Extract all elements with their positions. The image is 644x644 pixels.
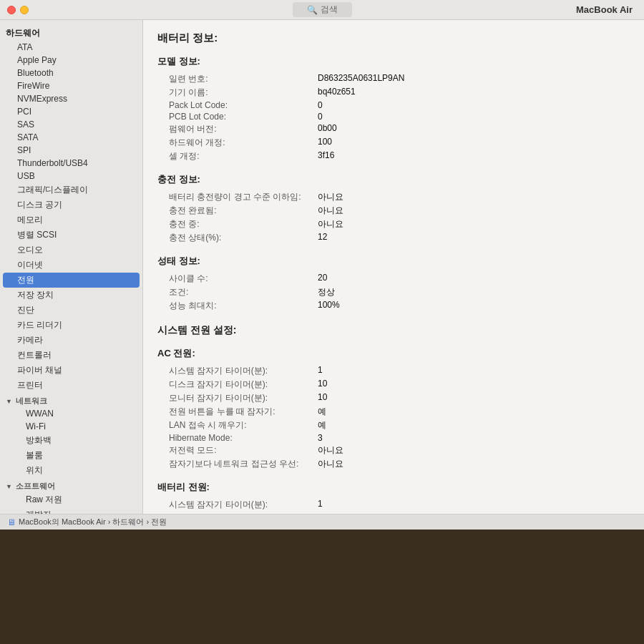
sidebar-item-sas[interactable]: SAS — [0, 118, 142, 131]
sidebar-network-disclosure[interactable]: ▼ 네트워크 — [0, 393, 142, 407]
field-label: LAN 접속 시 깨우기: — [157, 419, 315, 432]
sidebar-item-apple-pay[interactable]: Apple Pay — [0, 54, 142, 67]
charging-info-table: 배터리 충전량이 경고 수준 이하임: 아니요 충전 완료됨: 아니요 충전 중… — [157, 190, 630, 245]
sidebar-item-memory[interactable]: 메모리 — [0, 213, 142, 228]
table-row: 하드웨어 개정: 100 — [157, 136, 630, 150]
status-section-title: 성태 정보: — [157, 255, 630, 268]
table-row: 모니터 잠자기 타이머(분): 10 — [157, 391, 630, 405]
table-row: 시스템 잠자기 타이머(분): 1 — [157, 364, 630, 378]
sidebar-item-raw[interactable]: Raw 저원 — [0, 492, 142, 507]
field-label: 배터리 충전량이 경고 수준 이하임: — [157, 190, 315, 204]
field-value: 10 — [315, 378, 630, 391]
sidebar-item-storage[interactable]: 저장 장치 — [0, 288, 142, 303]
field-value: 10 — [315, 391, 630, 405]
table-row: Pack Lot Code: 0 — [157, 99, 630, 111]
table-row: 성능 최대치: 100% — [157, 299, 630, 313]
sidebar-item-nvmexpress[interactable]: NVMExpress — [0, 92, 142, 105]
field-value: 예 — [315, 405, 630, 419]
table-row: 일련 번호: D863235A0631LP9AN — [157, 72, 630, 86]
table-row: PCB Lot Code: 0 — [157, 111, 630, 122]
battery-power-section-title: 배터리 전원: — [157, 481, 630, 494]
sidebar-item-controller[interactable]: 컨트롤러 — [0, 348, 142, 363]
monitor-icon: 🖥 — [7, 517, 16, 527]
field-value: 0 — [315, 111, 630, 122]
sidebar-item-thunderbolt[interactable]: Thunderbolt/USB4 — [0, 157, 142, 170]
battery-power-table: 시스템 잠자기 타이머(분): 1 디스크 잠자기 타이머(분): 10 모니터… — [157, 498, 630, 514]
sidebar: 하드웨어 ATA Apple Pay Bluetooth FireWire NV… — [0, 20, 143, 514]
field-label: 일련 번호: — [157, 72, 315, 86]
sidebar-item-scsi[interactable]: 병렬 SCSI — [0, 228, 142, 243]
model-info-table: 일련 번호: D863235A0631LP9AN 기기 이름: bq40z651… — [157, 72, 630, 163]
field-label: 잠자기보다 네트워크 접근성 우선: — [157, 457, 315, 471]
sidebar-item-usb[interactable]: USB — [0, 170, 142, 182]
table-row: 저전력 모드: 아니요 — [157, 444, 630, 457]
field-value: 아니요 — [315, 218, 630, 231]
field-value: 1 — [315, 498, 630, 512]
sidebar-item-sata[interactable]: SATA — [0, 131, 142, 144]
field-label: 사이클 수: — [157, 272, 315, 286]
field-value: 100 — [315, 136, 630, 150]
field-value: 1 — [315, 364, 630, 378]
table-row: 기기 이름: bq40z651 — [157, 86, 630, 99]
table-row: 디스크 잠자기 타이머(분): 10 — [157, 378, 630, 391]
sidebar-item-camera[interactable]: 카메라 — [0, 333, 142, 348]
ac-power-table: 시스템 잠자기 타이머(분): 1 디스크 잠자기 타이머(분): 10 모니터… — [157, 364, 630, 471]
field-label: 저전력 모드: — [157, 444, 315, 457]
sidebar-item-disk[interactable]: 디스크 공기 — [0, 197, 142, 213]
content-area: 배터리 정보: 모델 정보: 일련 번호: D863235A0631LP9AN … — [143, 20, 644, 514]
sidebar-header-hardware: 하드웨어 — [0, 26, 142, 41]
field-label: PCB Lot Code: — [157, 111, 315, 122]
sidebar-item-location[interactable]: 위치 — [0, 463, 142, 478]
sidebar-item-power[interactable]: 전원 — [3, 273, 140, 288]
field-label: 기기 이름: — [157, 86, 315, 99]
table-row: LAN 접속 시 깨우기: 예 — [157, 419, 630, 432]
search-placeholder: 검색 — [321, 4, 338, 16]
sidebar-item-graphics[interactable]: 그래픽/디스플레이 — [0, 182, 142, 197]
chevron-down-icon: ▼ — [6, 398, 12, 405]
sidebar-item-fiber-channel[interactable]: 파이버 채널 — [0, 363, 142, 378]
sidebar-item-audio[interactable]: 오디오 — [0, 243, 142, 258]
table-row: 배터리 충전량이 경고 수준 이하임: 아니요 — [157, 190, 630, 204]
table-row: 잠자기보다 네트워크 접근성 우선: 아니요 — [157, 457, 630, 471]
field-value: 20 — [315, 272, 630, 286]
field-label: 충전 완료됨: — [157, 204, 315, 218]
breadcrumb: 🖥 MacBook의 MacBook Air › 하드웨어 › 전원 — [0, 514, 644, 530]
search-icon: 🔍 — [307, 5, 318, 15]
sidebar-item-pci[interactable]: PCI — [0, 105, 142, 118]
field-value: 3f16 — [315, 150, 630, 163]
sidebar-item-bluetooth[interactable]: Bluetooth — [0, 67, 142, 79]
field-value: 12 — [315, 231, 630, 245]
sidebar-item-spi[interactable]: SPI — [0, 144, 142, 157]
sidebar-item-wwan[interactable]: WWAN — [0, 407, 142, 420]
search-bar[interactable]: 🔍 검색 — [293, 2, 352, 17]
system-power-title: 시스템 전원 설정: — [157, 324, 630, 337]
sidebar-item-wifi[interactable]: Wi-Fi — [0, 420, 142, 433]
field-label: 시스템 잠자기 타이머(분): — [157, 364, 315, 378]
sidebar-item-card-reader[interactable]: 카드 리더기 — [0, 318, 142, 333]
field-value: D863235A0631LP9AN — [315, 72, 630, 86]
field-label: 조건: — [157, 286, 315, 299]
sidebar-item-firewall[interactable]: 방화백 — [0, 433, 142, 448]
sidebar-software-disclosure[interactable]: ▼ 소프트웨어 — [0, 478, 142, 492]
table-row: Hibernate Mode: 3 — [157, 432, 630, 444]
table-row: 셀 개정: 3f16 — [157, 150, 630, 163]
field-label: 시스템 잠자기 타이머(분): — [157, 498, 315, 512]
table-row: 조건: 정상 — [157, 286, 630, 299]
table-row: 충전 상태(%): 12 — [157, 231, 630, 245]
field-label: 성능 최대치: — [157, 299, 315, 313]
sidebar-item-ata[interactable]: ATA — [0, 41, 142, 54]
close-button[interactable] — [7, 6, 16, 14]
sidebar-item-bluetooth2[interactable]: 볼룸 — [0, 448, 142, 463]
field-label: Pack Lot Code: — [157, 99, 315, 111]
sidebar-item-diagnosis[interactable]: 진단 — [0, 303, 142, 318]
field-label: 디스크 잠자기 타이머(분): — [157, 378, 315, 391]
sidebar-item-ethernet[interactable]: 이더넷 — [0, 258, 142, 273]
minimize-button[interactable] — [20, 6, 29, 14]
sidebar-item-printer[interactable]: 프린터 — [0, 378, 142, 393]
table-row: 사이클 수: 20 — [157, 272, 630, 286]
sidebar-header-network: 네트워크 — [16, 396, 47, 405]
sidebar-item-firewire[interactable]: FireWire — [0, 79, 142, 92]
sidebar-item-developer[interactable]: 개발자 — [0, 507, 142, 514]
field-label: 충전 상태(%): — [157, 231, 315, 245]
ac-power-section-title: AC 전원: — [157, 347, 630, 360]
